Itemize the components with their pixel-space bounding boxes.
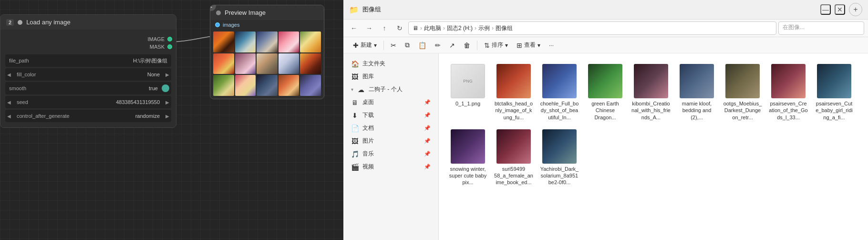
search-bar[interactable]: 在图像...	[778, 21, 864, 35]
file-thumb-11	[542, 129, 577, 164]
view-icon: ⊞	[517, 42, 522, 49]
preview-image-node: 1 Preview Image images	[210, 5, 324, 99]
output-mask-label: MASK	[150, 44, 165, 50]
node-outputs: IMAGE MASK	[0, 33, 176, 52]
seed-arrow-right[interactable]: ▶	[164, 100, 171, 105]
output-mask-dot[interactable]	[167, 44, 172, 49]
breadcrumb-drive[interactable]: 固态2 (H:)	[447, 24, 473, 32]
minimize-button[interactable]: —	[820, 4, 831, 15]
file-path-field[interactable]: file_path H:\示例\图像组	[5, 54, 171, 67]
close-button[interactable]: ✕	[835, 4, 845, 15]
file-item-6[interactable]: ootgs_Moebius_Darkest_Dungeon_retr...	[721, 61, 764, 124]
view-chevron: ▾	[537, 42, 540, 49]
preview-thumb-10	[300, 53, 321, 74]
preview-thumb-14	[279, 75, 300, 96]
file-item-3[interactable]: green Earth Chinese Dragon...	[584, 61, 627, 124]
preview-thumb-15	[300, 75, 321, 96]
file-thumb-png: PNG	[451, 64, 485, 98]
fill-color-value: None	[51, 72, 164, 77]
seed-arrow-left[interactable]: ◀	[5, 100, 13, 105]
seed-field[interactable]: ◀ seed 483385431319550 ▶	[5, 96, 171, 108]
new-chevron: ▾	[374, 42, 377, 49]
back-button[interactable]: ←	[347, 21, 361, 35]
preview-thumb-8	[257, 53, 278, 74]
music-pin: 📌	[424, 151, 431, 157]
file-thumb-4	[634, 64, 668, 98]
smooth-field[interactable]: smooth true	[5, 82, 171, 94]
paste-button[interactable]: 📋	[414, 40, 430, 51]
file-item-5[interactable]: mamie kloof, bedding and (2),...	[675, 61, 718, 124]
file-path-label: file_path	[5, 58, 33, 63]
file-item-10[interactable]: suri59499 58_a_female_anime_book_ed...	[492, 126, 535, 189]
more-dots: ···	[549, 42, 554, 49]
pictures-icon: 🖼	[351, 137, 359, 145]
file-name-2: choehle_Full_body_shot_of_beautiful_In..…	[540, 100, 579, 121]
preview-thumb-11	[213, 75, 234, 96]
explorer-toolbar: ← → ↑ ↻ 🖥 › 此电脑 › 固态2 (H:) › 示例 › 图像组 在图…	[343, 20, 868, 37]
share-button[interactable]: ↗	[445, 40, 459, 51]
up-button[interactable]: ↑	[378, 21, 391, 35]
sidebar-item-home[interactable]: 🏠 主文件夹	[343, 57, 438, 70]
file-name-png: 0_1_1.png	[455, 100, 480, 107]
file-item-1[interactable]: btctalks_head_only_image_of_kung_fu...	[492, 61, 535, 124]
sidebar-item-downloads[interactable]: ⬇ 下载 📌	[343, 109, 438, 122]
control-value: randomize	[73, 113, 164, 119]
sidebar-item-desktop[interactable]: 🖥 桌面 📌	[343, 96, 438, 109]
file-item-8[interactable]: psairseven_Cute_baby_girl_riding_a_fi...	[813, 61, 856, 124]
file-item-4[interactable]: kibombi_Creational_with_his_friends_A...	[630, 61, 672, 124]
file-thumb-8	[817, 64, 851, 98]
file-name-3: green Earth Chinese Dragon...	[586, 100, 625, 121]
sidebar-item-pictures[interactable]: 🖼 图片 📌	[343, 135, 438, 147]
sidebar-item-cloud[interactable]: ▾ ☁ 二狗子 - 个人	[343, 83, 438, 96]
view-button[interactable]: ⊞ 查看 ▾	[513, 39, 544, 51]
cloud-icon: ☁	[357, 86, 365, 94]
preview-status-dot	[216, 10, 221, 15]
breadcrumb-current[interactable]: 图像组	[496, 24, 513, 32]
file-thumb-6	[725, 64, 760, 98]
fill-color-arrow-right[interactable]: ▶	[164, 72, 171, 77]
seed-value: 483385431319550	[51, 99, 164, 105]
output-image-dot[interactable]	[167, 37, 172, 42]
rename-button[interactable]: ✏	[431, 40, 444, 51]
images-input-dot[interactable]	[215, 22, 220, 27]
preview-thumb-4	[279, 31, 300, 52]
control-arrow-right[interactable]: ▶	[164, 114, 171, 119]
add-tab-button[interactable]: +	[849, 3, 862, 16]
breadcrumb-computer[interactable]: 此电脑	[424, 24, 441, 32]
music-icon: 🎵	[351, 150, 359, 158]
smooth-toggle[interactable]	[162, 84, 169, 92]
more-button[interactable]: ···	[545, 40, 558, 51]
fill-color-arrow-left[interactable]: ◀	[5, 72, 13, 77]
file-thumb-1	[496, 64, 531, 98]
load-image-node-body: IMAGE MASK file_path H:\示例\图像组 ◀ fill_co…	[0, 30, 176, 127]
preview-thumb-5	[300, 31, 321, 52]
file-item-png[interactable]: PNG 0_1_1.png	[446, 61, 489, 124]
action-bar: ✚ 新建 ▾ ✂ ⧉ 📋 ✏ ↗ 🗑 ⇅ 排序 ▾ ⊞ 查看	[343, 37, 868, 53]
sidebar-item-gallery[interactable]: 🖼 图库	[343, 70, 438, 83]
file-item-7[interactable]: psairseven_Creation_of_the_Gods_l_33...	[767, 61, 810, 124]
preview-thumb-3	[257, 31, 278, 52]
sidebar-item-music[interactable]: 🎵 音乐 📌	[343, 147, 438, 160]
file-item-11[interactable]: Yachirobi_Dark_solarium_8a951be2-0f0...	[538, 126, 581, 189]
fill-color-field[interactable]: ◀ fill_color None ▶	[5, 68, 171, 81]
smooth-value: true	[43, 85, 162, 91]
breadcrumb-example[interactable]: 示例	[478, 24, 490, 32]
file-item-9[interactable]: snowing winter, super cute baby pix...	[446, 126, 489, 189]
refresh-button[interactable]: ↻	[393, 21, 406, 35]
sort-button[interactable]: ⇅ 排序 ▾	[480, 39, 512, 51]
control-arrow-left[interactable]: ◀	[5, 114, 13, 119]
downloads-pin: 📌	[424, 112, 431, 118]
delete-button[interactable]: 🗑	[460, 40, 474, 51]
explorer-content: 🏠 主文件夹 🖼 图库 ▾ ☁ 二狗子 - 个人 🖥 桌面 📌 ⬇ 下载 📌	[343, 53, 868, 240]
cut-button[interactable]: ✂	[387, 40, 400, 51]
output-image-label: IMAGE	[148, 36, 165, 42]
new-button[interactable]: ✚ 新建 ▾	[349, 39, 381, 51]
file-item-2[interactable]: choehle_Full_body_shot_of_beautiful_In..…	[538, 61, 581, 124]
sidebar-item-documents[interactable]: 📄 文档 📌	[343, 122, 438, 135]
forward-button[interactable]: →	[362, 21, 376, 35]
copy-button[interactable]: ⧉	[401, 39, 413, 51]
file-thumb-2	[542, 64, 577, 98]
sidebar-item-videos[interactable]: 🎬 视频 📌	[343, 160, 438, 173]
cut-icon: ✂	[391, 42, 396, 49]
control-after-generate-field[interactable]: ◀ control_after_generate randomize ▶	[5, 110, 171, 122]
